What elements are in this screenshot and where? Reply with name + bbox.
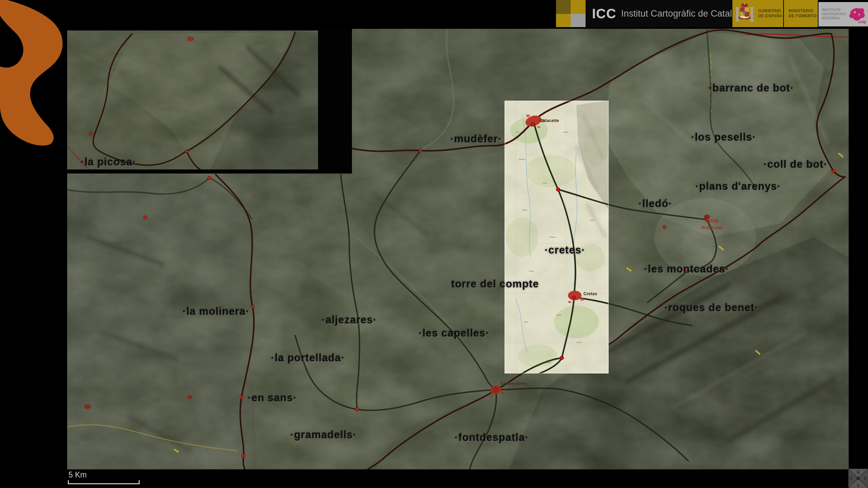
gobierno-line2: DE ESPAÑA bbox=[758, 14, 783, 19]
ministerio-fomento-logo[interactable]: MINISTERIO DE FOMENTO bbox=[784, 0, 818, 27]
brand-square-3 bbox=[556, 14, 571, 27]
gobierno-line1: GOBIERNO bbox=[758, 8, 783, 14]
compass-n-label: N bbox=[857, 470, 860, 474]
ministerio-line1: MINISTERIO bbox=[789, 8, 817, 14]
scale-bar-label: 5 Km bbox=[68, 470, 140, 480]
map-viewport[interactable] bbox=[0, 0, 868, 488]
scale-bar: 5 Km bbox=[68, 470, 140, 484]
gobierno-espana-logo[interactable]: GOBIERNO DE ESPAÑA bbox=[732, 0, 783, 27]
compass-pan-pad[interactable]: N S E O bbox=[848, 469, 868, 488]
ign-logo-panel[interactable]: INSTITUTO GEOGRÁFICO NACIONAL cnig bbox=[818, 2, 868, 26]
header-bar: ICC Institut Cartogràfic de Catalunya GO… bbox=[0, 0, 868, 29]
spain-coat-of-arms-icon bbox=[735, 2, 754, 25]
compass-s-label: S bbox=[857, 483, 859, 487]
instituto-line1: INSTITUTO bbox=[822, 8, 846, 12]
cnig-label: cnig bbox=[858, 20, 866, 24]
icc-abbreviation: ICC bbox=[592, 6, 616, 21]
compass-e-label: E bbox=[864, 476, 866, 480]
scale-bar-rule bbox=[68, 480, 140, 484]
compass-w-label: O bbox=[850, 476, 853, 480]
brand-square-1 bbox=[556, 0, 571, 14]
pan-center-dot[interactable] bbox=[857, 477, 860, 480]
instituto-line2: GEOGRÁFICO bbox=[822, 12, 846, 16]
brand-square-2 bbox=[571, 0, 586, 14]
instituto-line3: NACIONAL bbox=[822, 16, 846, 20]
inset-map[interactable] bbox=[67, 30, 318, 169]
brand-square-4 bbox=[571, 14, 586, 27]
ministerio-line2: DE FOMENTO bbox=[789, 14, 817, 19]
